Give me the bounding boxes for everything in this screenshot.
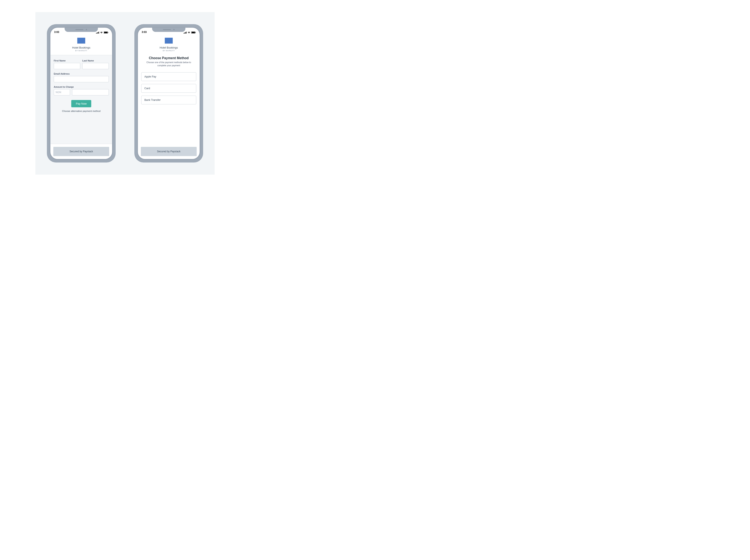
- merchant-title: Hotel Bookings: [138, 46, 200, 49]
- payment-option-label: Bank Transfer: [144, 99, 161, 101]
- first-name-input[interactable]: [54, 63, 80, 69]
- payment-method-title: Choose Payment Method: [144, 56, 193, 60]
- phone-frame-1: 3:03 Hotel Book: [47, 24, 116, 162]
- payment-method-header: Choose Payment Method Choose one of the …: [138, 55, 200, 67]
- payment-option-bank-transfer[interactable]: Bank Transfer: [141, 96, 196, 104]
- first-name-label: First Name: [54, 59, 80, 62]
- payment-option-label: Card: [144, 87, 150, 90]
- phone-inner-1: 3:03 Hotel Book: [50, 27, 113, 160]
- last-name-label: Last Name: [82, 59, 109, 62]
- phone-inner-2: 3:03 Hotel Book: [137, 27, 200, 160]
- svg-rect-12: [192, 32, 195, 33]
- merchant-subtitle: BY MARIOTT: [50, 49, 112, 52]
- currency-select[interactable]: [54, 89, 70, 95]
- wifi-icon: [187, 32, 190, 34]
- merchant-logo: [165, 38, 173, 43]
- merchant-header: Hotel Bookings BY MARIOTT: [50, 34, 112, 55]
- svg-rect-10: [186, 32, 187, 34]
- status-time: 3:03: [142, 31, 147, 34]
- front-camera: [86, 29, 87, 30]
- merchant-header: Hotel Bookings BY MARIOTT: [138, 34, 200, 55]
- svg-rect-9: [185, 32, 186, 34]
- email-label: Email Address: [54, 73, 109, 75]
- phone-frame-2: 3:03 Hotel Book: [134, 24, 203, 162]
- payment-option-label: Apple Pay: [144, 75, 156, 78]
- pay-now-button[interactable]: Pay Now: [71, 100, 91, 107]
- alt-payment-link[interactable]: Choose alternative payment method: [54, 110, 109, 112]
- svg-rect-5: [104, 32, 107, 33]
- secured-text: Secured by Paystack: [157, 150, 181, 153]
- signal-icon: [96, 32, 99, 34]
- amount-input[interactable]: [72, 89, 109, 95]
- notch: [152, 28, 185, 32]
- speaker-slot: [163, 29, 171, 30]
- svg-rect-2: [98, 32, 98, 34]
- payment-method-subtitle: Choose one of the payment methods below …: [144, 61, 193, 67]
- phone-screen-1: 3:03 Hotel Book: [50, 28, 112, 159]
- email-input[interactable]: [54, 76, 109, 82]
- payment-method-list: Apple Pay Card Bank Transfer: [138, 67, 200, 144]
- speaker-slot: [76, 29, 83, 30]
- wifi-icon: [100, 32, 103, 34]
- payment-method-screen: Choose Payment Method Choose one of the …: [138, 55, 200, 159]
- merchant-title: Hotel Bookings: [50, 46, 112, 49]
- status-time: 3:03: [54, 31, 59, 34]
- front-camera: [173, 29, 175, 30]
- svg-rect-6: [108, 32, 108, 33]
- payment-option-card[interactable]: Card: [141, 84, 196, 93]
- payment-option-apple-pay[interactable]: Apple Pay: [141, 72, 196, 81]
- secured-text: Secured by Paystack: [69, 150, 93, 153]
- status-icons: [184, 32, 196, 34]
- signal-icon: [184, 32, 187, 34]
- phone-screen-2: 3:03 Hotel Book: [138, 28, 200, 159]
- merchant-subtitle: BY MARIOTT: [138, 49, 200, 52]
- payment-form: First Name Last Name Email Address A: [50, 55, 112, 144]
- battery-icon: [191, 32, 196, 34]
- svg-rect-13: [196, 32, 196, 33]
- last-name-input[interactable]: [82, 63, 109, 69]
- merchant-logo: [77, 38, 85, 43]
- notch: [65, 28, 98, 32]
- battery-icon: [104, 32, 108, 34]
- amount-label: Amount to Charge: [54, 86, 109, 88]
- svg-rect-3: [99, 32, 99, 34]
- mockup-canvas: 3:03 Hotel Book: [36, 12, 215, 175]
- secured-footer: Secured by Paystack: [141, 147, 197, 156]
- secured-footer: Secured by Paystack: [53, 147, 109, 156]
- status-icons: [96, 32, 108, 34]
